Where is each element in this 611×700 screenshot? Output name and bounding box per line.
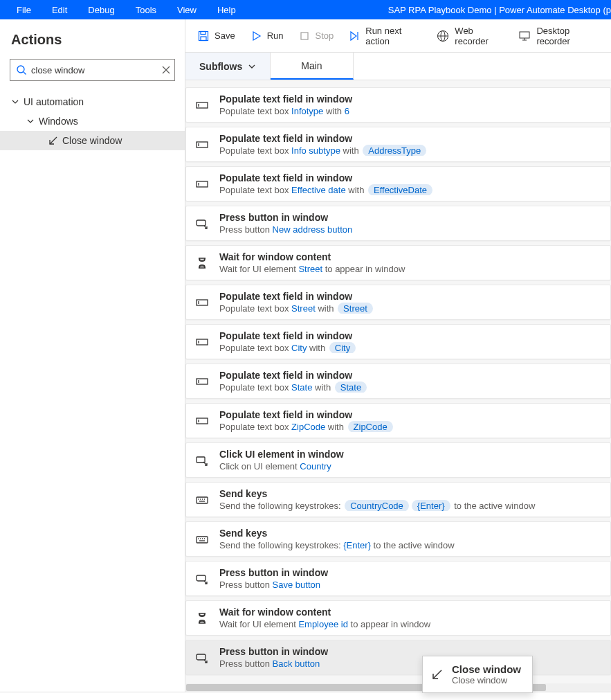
- step-icon-wrap: [194, 334, 210, 350]
- actions-sidebar: Actions UI automation Windows Close wi: [0, 19, 185, 692]
- menu-view[interactable]: View: [167, 2, 206, 18]
- actions-tree: UI automation Windows Close window: [0, 89, 185, 150]
- save-button[interactable]: Save: [191, 26, 242, 46]
- step-title: Send keys: [219, 528, 602, 539]
- step-card[interactable]: Populate text field in windowPopulate te…: [185, 285, 611, 320]
- flow-step[interactable]: 19Press button in windowPress button Sav…: [197, 561, 611, 596]
- web-recorder-button[interactable]: Web recorder: [430, 21, 510, 51]
- step-card[interactable]: Press button in windowPress button Back …: [185, 640, 611, 675]
- step-title: Press button in window: [219, 646, 602, 657]
- flow-step[interactable]: 16Click UI element in windowClick on UI …: [197, 442, 611, 478]
- ui-element-link: 6: [345, 106, 349, 116]
- menu-debug[interactable]: Debug: [78, 2, 124, 18]
- ui-element-link: State: [291, 382, 312, 393]
- flow-step[interactable]: 18Send keysSend the following keystrokes…: [197, 521, 611, 557]
- step-card[interactable]: Press button in windowPress button New a…: [185, 206, 611, 241]
- menu-file[interactable]: File: [7, 2, 41, 18]
- tabs-row: Subflows Main: [185, 53, 611, 80]
- flow-step[interactable]: 8Populate text field in windowPopulate t…: [197, 127, 611, 162]
- step-card[interactable]: Send keysSend the following keystrokes: …: [185, 521, 611, 557]
- press-button-icon: [195, 572, 209, 586]
- variable-token: Street: [338, 303, 373, 314]
- step-subtitle: Send the following keystrokes: CountryCo…: [219, 501, 602, 511]
- flow-step[interactable]: 20Wait for window contentWait for UI ele…: [197, 600, 611, 636]
- svg-rect-34: [197, 497, 208, 503]
- tree-close-window[interactable]: Close window: [0, 131, 185, 150]
- flow-step[interactable]: 10Press button in windowPress button New…: [197, 206, 611, 241]
- menu-help[interactable]: Help: [208, 2, 246, 18]
- step-title: Wait for window content: [219, 251, 602, 262]
- step-card[interactable]: Populate text field in windowPopulate te…: [185, 87, 611, 123]
- ui-element-link: Infotype: [291, 106, 323, 116]
- step-card[interactable]: Populate text field in windowPopulate te…: [185, 166, 611, 201]
- step-icon-wrap: [194, 413, 210, 429]
- ui-element-link: Street: [291, 303, 316, 314]
- step-card[interactable]: Populate text field in windowPopulate te…: [185, 127, 611, 162]
- tree-windows[interactable]: Windows: [0, 111, 185, 131]
- ui-element-link: City: [291, 343, 307, 353]
- step-card[interactable]: Populate text field in windowPopulate te…: [185, 403, 611, 438]
- textbox-icon: [195, 375, 209, 388]
- tree-ui-automation[interactable]: UI automation: [0, 92, 185, 111]
- press-button-icon: [195, 217, 209, 231]
- step-card[interactable]: Populate text field in windowPopulate te…: [185, 364, 611, 399]
- search-icon: [16, 64, 27, 75]
- textbox-icon: [195, 335, 209, 349]
- step-card[interactable]: Wait for window contentWait for UI eleme…: [185, 245, 611, 280]
- run-button[interactable]: Run: [244, 26, 291, 46]
- step-title: Populate text field in window: [219, 291, 602, 302]
- step-icon-wrap: [194, 650, 210, 665]
- menu-edit[interactable]: Edit: [42, 2, 77, 18]
- flow-step[interactable]: 9Populate text field in windowPopulate t…: [197, 166, 611, 201]
- flow-step[interactable]: 13Populate text field in windowPopulate …: [197, 324, 611, 359]
- ui-element-link: {Enter}: [343, 540, 371, 550]
- hourglass-icon: [195, 611, 209, 625]
- step-icon-wrap: [194, 216, 210, 231]
- ui-element-link: Street: [298, 264, 322, 274]
- step-card[interactable]: Press button in windowPress button Save …: [185, 561, 611, 596]
- step-card[interactable]: Wait for window contentWait for UI eleme…: [185, 600, 611, 636]
- svg-rect-40: [197, 537, 208, 543]
- step-subtitle: Press button New address button: [219, 224, 602, 235]
- flow-step[interactable]: 21Press button in windowPress button Bac…: [197, 640, 611, 675]
- step-subtitle: Populate text box State with State: [219, 382, 602, 393]
- svg-line-17: [50, 137, 57, 144]
- search-input[interactable]: [31, 65, 158, 75]
- step-title: Click UI element in window: [219, 449, 602, 460]
- ui-element-link: Country: [300, 461, 331, 472]
- drag-tooltip: Close window Close window: [422, 656, 533, 693]
- tab-main[interactable]: Main: [271, 53, 353, 80]
- flow-step[interactable]: 7Populate text field in windowPopulate t…: [197, 87, 611, 123]
- step-title: Populate text field in window: [219, 172, 602, 183]
- ui-element-link: New address button: [273, 224, 353, 235]
- flow-step[interactable]: 14Populate text field in windowPopulate …: [197, 364, 611, 399]
- tooltip-subtitle: Close window: [452, 675, 521, 685]
- stop-button[interactable]: Stop: [292, 26, 341, 46]
- step-subtitle: Press button Save button: [219, 580, 602, 590]
- flow-step[interactable]: 15Populate text field in windowPopulate …: [197, 403, 611, 438]
- step-icon-wrap: [194, 98, 210, 113]
- search-box[interactable]: [10, 59, 175, 81]
- subflows-dropdown[interactable]: Subflows: [185, 53, 271, 80]
- step-subtitle: Populate text box Street with Street: [219, 303, 602, 314]
- step-subtitle: Press button Back button: [219, 658, 602, 669]
- svg-rect-1: [201, 31, 206, 34]
- chevron-down-icon: [248, 62, 256, 71]
- step-card[interactable]: Click UI element in windowClick on UI el…: [185, 442, 611, 478]
- step-subtitle: Click on UI element Country: [219, 461, 602, 472]
- clear-icon[interactable]: [162, 66, 170, 74]
- run-next-button[interactable]: Run next action: [342, 21, 428, 51]
- menu-tools[interactable]: Tools: [126, 2, 166, 18]
- textbox-icon: [195, 177, 209, 191]
- horizontal-scrollbar[interactable]: [186, 683, 611, 692]
- ui-element-link: Save button: [273, 580, 320, 590]
- svg-rect-10: [520, 32, 529, 38]
- step-card[interactable]: Populate text field in windowPopulate te…: [185, 324, 611, 359]
- desktop-recorder-button[interactable]: Desktop recorder: [511, 21, 605, 51]
- flow-step[interactable]: 17Send keysSend the following keystrokes…: [197, 482, 611, 517]
- variable-token: ZipCode: [348, 421, 393, 432]
- step-card[interactable]: Send keysSend the following keystrokes: …: [185, 482, 611, 517]
- flow-step[interactable]: 11Wait for window contentWait for UI ele…: [197, 245, 611, 280]
- flow-step[interactable]: 12Populate text field in windowPopulate …: [197, 285, 611, 320]
- step-subtitle: Populate text box ZipCode with ZipCode: [219, 422, 602, 432]
